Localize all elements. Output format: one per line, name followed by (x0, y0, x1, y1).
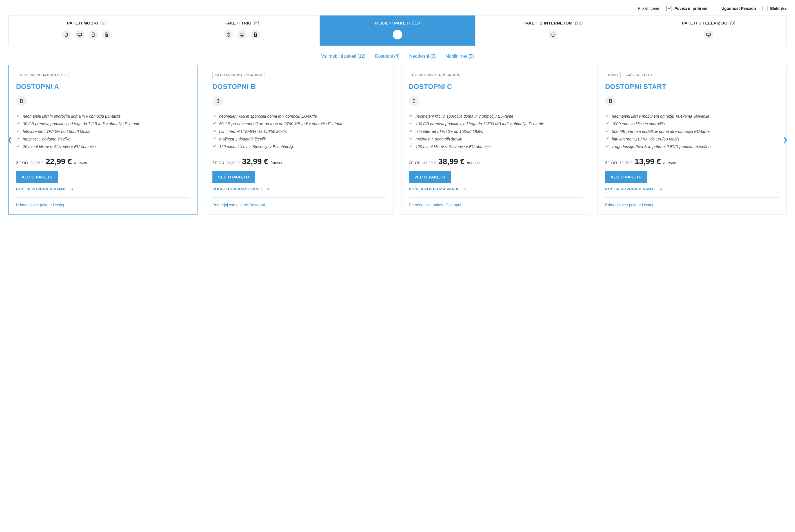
feature-item: neomejeni klici in sporočila doma in v o… (212, 114, 386, 119)
phone-icon (212, 96, 223, 107)
feature-text: možnost 1 dodatne številke (23, 136, 71, 142)
feature-text: 30 GB prenosa podatkov, od tega do 7 GB … (23, 121, 140, 127)
feature-text: možnost 4 dodatnih številk (416, 136, 462, 142)
price-row: ŽE OD 34,99 € 32,99 € /mesec (212, 157, 386, 166)
feature-text: neomejeni klici in sporočila doma in v o… (23, 114, 121, 119)
check-icon (212, 114, 216, 119)
more-button[interactable]: VEČ O PAKETU (409, 171, 451, 183)
price-lead: ŽE OD (212, 161, 224, 165)
arrow-icon (658, 188, 663, 191)
tab-title: PAKETI TRIO (4) (167, 21, 317, 25)
compare-link[interactable]: Primerjaj vse pakete Dostopni (409, 203, 583, 207)
check-icon (212, 121, 216, 127)
feature-list: neomejeni klici in sporočila doma in v o… (409, 114, 583, 151)
feature-text: hitri internet LTE/4G+ do 150/50 Mbit/s (416, 129, 483, 134)
tab-title: MOBILNI PAKETI (12) (323, 21, 472, 25)
price-amount: 38,99 € (438, 157, 465, 166)
price-row: ŽE OD 44,99 € 38,99 € /mesec (409, 157, 583, 166)
feature-item: 120 minut klicev iz Slovenije v EU-območ… (212, 144, 386, 150)
toggle-elektrika[interactable]: Elektrika (762, 6, 787, 11)
check-icon (16, 114, 20, 119)
category-tab[interactable]: PAKETI Z INTERNETOM (15) (475, 16, 631, 45)
inquiry-link[interactable]: POŠLJI POVPRAŠEVANJE (212, 187, 386, 191)
toggle-label: Poveži in prihrani (674, 6, 707, 11)
feature-item: 30 GB prenosa podatkov, od tega do 7 GB … (16, 121, 190, 127)
toggle-penzion[interactable]: Ugodnost Penzion (713, 6, 756, 11)
check-icon (409, 136, 413, 142)
feature-item: neomejeni klici in sporočila doma in v o… (409, 114, 583, 119)
check-icon (212, 136, 216, 142)
price-old: 24,99 € (30, 160, 43, 165)
subfilter-link[interactable]: Neodvisni (3) (409, 54, 435, 59)
feature-item: hitri internet LTE/4G+ do 150/50 Mbit/s (16, 129, 190, 134)
phone-icon (393, 30, 402, 39)
compare-link[interactable]: Primerjaj vse pakete Dostopni (212, 203, 386, 207)
check-icon (409, 114, 413, 119)
inquiry-text: POŠLJI POVPRAŠEVANJE (409, 187, 460, 191)
inquiry-text: POŠLJI POVPRAŠEVANJE (212, 187, 264, 191)
feature-item: z ugodnostjo Poveži in prihrani 2 EUR po… (605, 144, 779, 150)
price-amount: 13,99 € (635, 157, 661, 166)
compare-link[interactable]: Primerjaj vse pakete Dostopni (16, 203, 190, 207)
feature-item: hitri internet LTE/4G+ do 150/50 Mbit/s (409, 129, 583, 134)
feature-text: z ugodnostjo Poveži in prihrani 2 EUR po… (612, 144, 710, 150)
more-button[interactable]: VEČ O PAKETU (212, 171, 255, 183)
feature-item: možnost 2 dodatnih številk (212, 136, 386, 142)
package-card: 100 GB PRENOSA PODATKOV DOSTOPNI C neome… (401, 65, 590, 215)
feature-text: 120 minut klicev iz Slovenije v EU-območ… (219, 144, 294, 150)
category-tab[interactable]: PAKETI S TELEVIZIJO (9) (631, 16, 786, 45)
package-card: NOVOZAČETNI PAKET DOSTOPNI START neomeje… (597, 65, 787, 215)
feature-item: 100 GB prenosa podatkov, od tega do 1259… (409, 121, 583, 127)
inquiry-link[interactable]: POŠLJI POVPRAŠEVANJE (605, 187, 779, 191)
check-icon (605, 144, 609, 150)
tab-title: PAKETI MODRI (3) (12, 21, 161, 25)
inquiry-link[interactable]: POŠLJI POVPRAŠEVANJE (409, 187, 583, 191)
feature-text: hitri internet LTE/4G+ do 150/50 Mbit/s (23, 129, 90, 134)
subfilter-link[interactable]: Dostopni (4) (375, 54, 399, 59)
toggle-povezi[interactable]: Poveži in prihrani (667, 6, 707, 11)
sim-icon (251, 30, 260, 39)
tab-count: (12) (412, 21, 420, 25)
inquiry-link[interactable]: POŠLJI POVPRAŠEVANJE (16, 187, 190, 191)
more-button[interactable]: VEČ O PAKETU (605, 171, 647, 183)
monitor-icon (237, 30, 247, 39)
feature-text: neomejeni klici in sporočila doma in v o… (219, 114, 317, 119)
feature-text: 500 MB prenosa podatkov doma ali v območ… (612, 129, 710, 134)
feature-text: 20 minut klicev iz Slovenije v EU-območj… (23, 144, 96, 150)
package-title: DOSTOPNI B (212, 83, 386, 91)
feature-list: neomejeni klici v mobilnem omrežju Telek… (605, 114, 779, 151)
phone-icon (605, 96, 616, 107)
subfilter-link[interactable]: Vsi mobilni paketi (12) (321, 54, 365, 59)
carousel-prev-button[interactable]: ❮ (7, 136, 13, 144)
feature-text: možnost 2 dodatnih številk (219, 136, 266, 142)
tab-title: PAKETI S TELEVIZIJO (9) (634, 21, 783, 25)
check-icon (409, 144, 413, 150)
feature-item: 120 minut klicev iz Slovenije v EU-območ… (409, 144, 583, 150)
feature-text: hitri internet LTE/4G+ do 150/50 Mbit/s (612, 136, 680, 142)
feature-text: neomejeni klici in sporočila doma in v o… (416, 114, 513, 119)
category-tab[interactable]: PAKETI MODRI (3) (9, 16, 164, 45)
arrow-icon (462, 188, 467, 191)
check-icon (605, 129, 609, 134)
feature-item: 20 minut klicev iz Slovenije v EU-območj… (16, 144, 190, 150)
feature-text: 1000 enot za klice in sporočila (612, 121, 665, 127)
feature-item: 1000 enot za klice in sporočila (605, 121, 779, 127)
category-tab[interactable]: MOBILNI PAKETI (12) (320, 16, 475, 45)
checkbox-icon (667, 6, 672, 11)
package-title: DOSTOPNI START (605, 83, 779, 91)
check-icon (16, 136, 20, 142)
package-badge: 100 GB PRENOSA PODATKOV (409, 72, 463, 78)
category-tab[interactable]: PAKETI TRIO (4) (164, 16, 320, 45)
carousel-next-button[interactable]: ❯ (782, 136, 788, 144)
mouse-icon (548, 30, 558, 39)
compare-link[interactable]: Primerjaj vse pakete Dostopni (605, 203, 779, 207)
arrow-icon (69, 188, 74, 191)
cards-carousel: ❮ ❯ 30 GB PRENOSA PODATKOV DOSTOPNI A ne… (8, 65, 787, 215)
tab-title: PAKETI Z INTERNETOM (15) (478, 21, 628, 25)
price-toggles-label: Prikaži cene: (638, 6, 660, 11)
feature-item: hitri internet LTE/4G+ do 150/50 Mbit/s (212, 129, 386, 134)
price-old: 15,99 € (619, 160, 632, 165)
subfilter-link[interactable]: Mobilni net (5) (446, 54, 474, 59)
sim-icon (102, 30, 112, 39)
more-button[interactable]: VEČ O PAKETU (16, 171, 58, 183)
